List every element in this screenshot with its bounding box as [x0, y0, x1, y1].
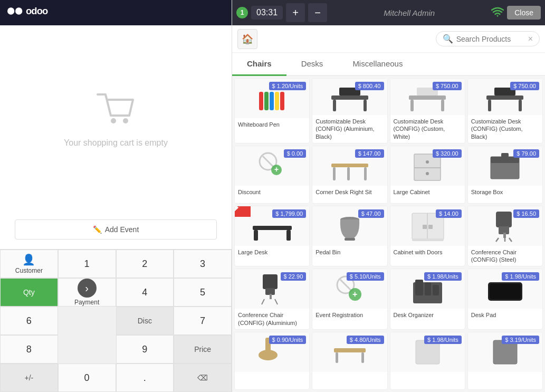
key-2[interactable]: 2 [116, 250, 174, 278]
price-badge: $ 1.98/Units [502, 272, 539, 281]
payment-button[interactable]: › Payment [58, 278, 116, 307]
product-card[interactable]: $ 14.00 Cabinet with Doors [390, 206, 465, 267]
product-card[interactable]: $ 1.98/Units Desk Pad [467, 269, 543, 330]
svg-point-33 [426, 160, 429, 164]
product-card[interactable]: $ 16.50 Conference Chair (CONFIG) (Steel… [467, 206, 543, 267]
svg-text:+: + [274, 165, 279, 174]
products-grid: $ 1.20/Units Whiteboard Pen $ 800.40 [232, 76, 545, 392]
backspace-button[interactable]: ⌫ [174, 364, 232, 392]
qty-button[interactable]: Qty [0, 278, 58, 307]
home-button[interactable]: 🏠 [237, 29, 257, 49]
svg-rect-49 [496, 212, 512, 227]
search-input[interactable] [456, 35, 525, 43]
product-name: Large Desk [235, 246, 309, 259]
product-card[interactable]: $ 1.98/Units [390, 332, 465, 390]
svg-rect-38 [253, 226, 292, 230]
product-card[interactable]: $ 147.00 Corner Desk Right Sit [312, 146, 387, 204]
product-card[interactable]: $ 1,799.00 Large Desk [234, 206, 310, 267]
product-card[interactable]: $ 320.00 Large Cabinet [390, 146, 465, 204]
product-card[interactable]: $ 0.90/Units [234, 332, 310, 390]
customer-button[interactable]: 👤 Customer [0, 250, 58, 278]
svg-rect-21 [519, 100, 522, 111]
price-badge: $ 1.98/Units [424, 336, 462, 344]
svg-rect-30 [347, 167, 350, 180]
price-badge: $ 320.00 [433, 149, 462, 158]
price-badge: $ 79.00 [513, 149, 539, 158]
product-name: Large Cabinet [390, 186, 465, 198]
svg-rect-39 [254, 230, 258, 241]
app-header: odoo [0, 0, 232, 25]
price-badge: $ 147.00 [355, 149, 384, 158]
add-order-button[interactable]: + [286, 3, 305, 22]
product-card[interactable]: $ 1.98/Units Desk Organizer [390, 269, 465, 330]
key-9[interactable]: 9 [116, 335, 174, 364]
price-badge: $ 47.00 [358, 209, 384, 218]
close-button[interactable]: Close [507, 6, 541, 20]
svg-line-61 [340, 280, 351, 290]
order-timer: 03:31 [251, 6, 283, 20]
product-name [390, 372, 465, 377]
product-card[interactable]: $ 750.00 Customizable Desk (CONFIG) (Cus… [390, 78, 465, 144]
tab-desks[interactable]: Desks [286, 53, 338, 76]
product-name [235, 372, 309, 377]
svg-rect-55 [263, 274, 278, 289]
product-card[interactable]: $ 79.00 Storage Box [467, 146, 543, 204]
product-name: Cabinet with Doors [390, 246, 465, 259]
key-7[interactable]: 7 [174, 307, 232, 335]
price-badge: $ 0.00 [284, 149, 307, 158]
tab-miscellaneous[interactable]: Miscellaneous [338, 53, 417, 76]
product-card[interactable]: $ 750.00 Customizable Desk (CONFIG) (Cus… [467, 78, 543, 144]
svg-rect-17 [441, 100, 444, 111]
add-event-button[interactable]: ✏️ Add Event [15, 219, 217, 240]
price-badge: $ 1.20/Units [269, 82, 307, 90]
key-1[interactable]: 1 [58, 250, 116, 278]
svg-rect-12 [333, 100, 336, 111]
key-3[interactable]: 3 [174, 250, 232, 278]
product-card[interactable]: $ 3.19/Units [467, 332, 543, 390]
cart-empty-icon [95, 92, 137, 131]
price-badge: $ 800.40 [355, 82, 384, 90]
pencil-icon: ✏️ [93, 225, 102, 234]
product-card[interactable]: $ 800.40 Customizable Desk (CONFIG) (Alu… [312, 78, 387, 144]
svg-rect-43 [345, 238, 355, 241]
product-name: Conference Chair (CONFIG) (Aluminium) [235, 309, 309, 329]
product-card[interactable]: $ 1.20/Units Whiteboard Pen [234, 78, 310, 144]
admin-name: Mitchell Admin [330, 8, 488, 17]
cart-area: Your shopping cart is empty [0, 25, 232, 214]
key-6[interactable]: 6 [0, 307, 58, 335]
svg-line-58 [262, 299, 264, 304]
product-card[interactable]: $ 22.90 Conference Chair (CONFIG) (Alumi… [234, 269, 310, 330]
product-name: Desk Pad [468, 309, 542, 321]
price-button[interactable]: Price [174, 335, 232, 364]
search-clear-button[interactable]: × [528, 34, 533, 44]
svg-rect-51 [503, 233, 506, 238]
product-name: Whiteboard Pen [235, 118, 309, 131]
keypad: 👤 Customer 1 2 3 Qty › Payment 4 5 6 Dis… [0, 249, 232, 392]
product-card[interactable]: $ 47.00 Pedal Bin [312, 206, 387, 267]
svg-line-24 [263, 156, 273, 167]
search-box: 🔍 × [436, 31, 540, 46]
svg-rect-32 [414, 167, 441, 168]
disc-button[interactable]: Disc [116, 307, 174, 335]
product-card[interactable]: $ 4.80/Units [312, 332, 387, 390]
price-badge: $ 14.00 [436, 209, 462, 218]
key-dot[interactable]: . [116, 364, 174, 392]
product-name: Storage Box [468, 186, 542, 198]
key-4[interactable]: 4 [116, 278, 174, 307]
plus-minus-button[interactable]: +/- [0, 364, 58, 392]
key-0[interactable]: 0 [58, 364, 116, 392]
wifi-icon [491, 6, 504, 20]
svg-rect-67 [433, 285, 439, 295]
svg-rect-69 [490, 284, 521, 299]
svg-rect-20 [488, 100, 491, 111]
key-8[interactable]: 8 [0, 335, 58, 364]
product-card[interactable]: $ 5.10/Units + Event Registration [312, 269, 387, 330]
key-5[interactable]: 5 [174, 278, 232, 307]
svg-point-1 [15, 7, 22, 14]
tab-chairs[interactable]: Chairs [232, 53, 286, 76]
svg-line-59 [275, 299, 278, 304]
remove-order-button[interactable]: − [308, 3, 327, 22]
svg-text:odoo: odoo [26, 5, 48, 16]
payment-label: Payment [74, 299, 99, 306]
product-card[interactable]: $ 0.00 + Discount [234, 146, 310, 204]
